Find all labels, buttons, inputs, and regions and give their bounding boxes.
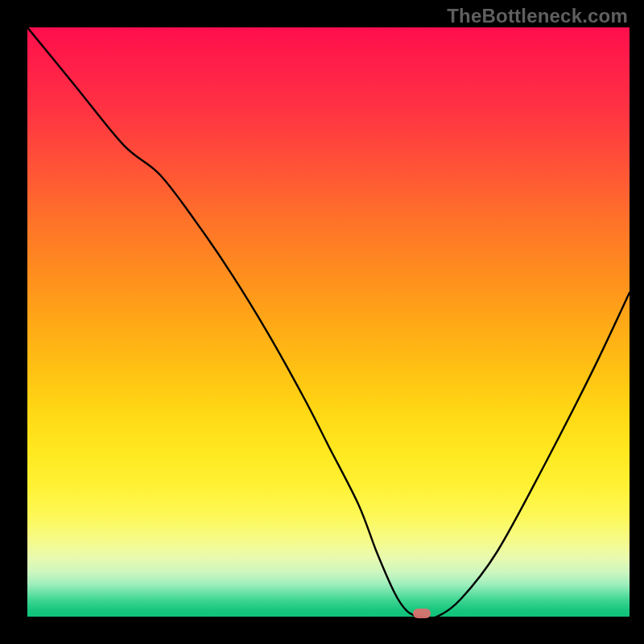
optimum-marker	[413, 609, 431, 618]
watermark-text: TheBottleneck.com	[447, 5, 628, 27]
bottleneck-curve	[27, 27, 630, 617]
chart-container: TheBottleneck.com	[0, 0, 644, 644]
plot-area	[27, 27, 630, 617]
